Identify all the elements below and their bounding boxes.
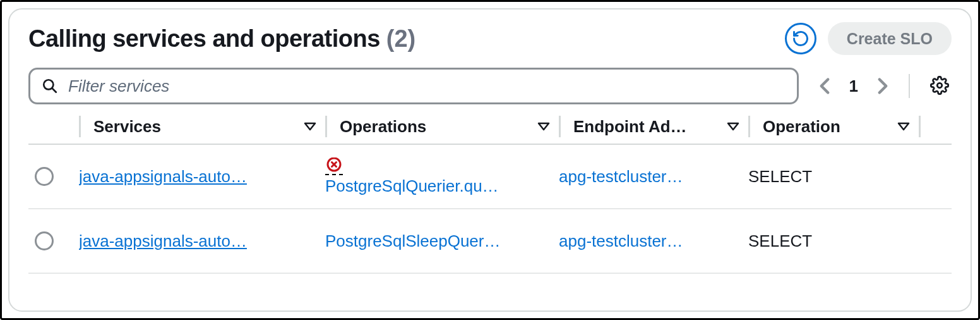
service-link[interactable]: java-appsignals-auto… bbox=[79, 167, 247, 186]
sort-icon bbox=[304, 121, 316, 132]
chevron-right-icon bbox=[877, 77, 888, 95]
operation-link[interactable]: PostgreSqlSleepQuer… bbox=[325, 231, 500, 250]
th-services[interactable]: Services bbox=[79, 116, 325, 137]
th-endpoint[interactable]: Endpoint Ad… bbox=[559, 116, 748, 137]
chevron-left-icon bbox=[819, 77, 830, 95]
th-operation[interactable]: Operation bbox=[748, 116, 919, 137]
table-row: java-appsignals-auto… PostgreSqlQuerier.… bbox=[28, 145, 952, 209]
th-operation-label: Operation bbox=[763, 117, 840, 137]
sort-icon bbox=[537, 121, 550, 132]
operation-value: SELECT bbox=[748, 167, 812, 186]
row-radio[interactable] bbox=[35, 231, 54, 250]
svg-marker-3 bbox=[305, 123, 315, 130]
search-icon bbox=[42, 78, 58, 94]
svg-marker-4 bbox=[539, 123, 549, 130]
svg-point-2 bbox=[937, 83, 942, 88]
table-header: Services Operations Endpoi bbox=[28, 116, 952, 145]
divider bbox=[909, 74, 910, 98]
operation-value: SELECT bbox=[748, 231, 812, 250]
error-status-icon[interactable] bbox=[325, 157, 343, 175]
row-radio[interactable] bbox=[35, 167, 54, 186]
column-divider bbox=[79, 116, 81, 137]
sort-icon bbox=[727, 121, 739, 132]
error-circle-icon bbox=[326, 157, 342, 173]
panel-count: (2) bbox=[386, 25, 415, 52]
refresh-button[interactable] bbox=[785, 23, 816, 54]
th-endpoint-label: Endpoint Ad… bbox=[573, 117, 687, 137]
operation-link[interactable]: PostgreSqlQuerier.qu… bbox=[325, 176, 499, 196]
create-slo-button[interactable]: Create SLO bbox=[828, 22, 952, 55]
panel-title: Calling services and operations bbox=[28, 25, 380, 52]
column-divider bbox=[559, 116, 561, 137]
window-frame: Calling services and operations (2) Crea… bbox=[0, 0, 980, 320]
th-operations-label: Operations bbox=[340, 117, 426, 137]
settings-button[interactable] bbox=[928, 73, 952, 99]
panel-title-wrap: Calling services and operations (2) bbox=[28, 25, 415, 52]
page-number: 1 bbox=[846, 77, 862, 96]
svg-line-1 bbox=[52, 88, 56, 92]
panel-header: Calling services and operations (2) Crea… bbox=[28, 22, 952, 55]
endpoint-link[interactable]: apg-testcluster… bbox=[559, 231, 683, 250]
svg-marker-6 bbox=[899, 123, 909, 130]
header-actions: Create SLO bbox=[785, 22, 952, 55]
calling-services-panel: Calling services and operations (2) Crea… bbox=[8, 8, 972, 312]
th-operations[interactable]: Operations bbox=[325, 116, 559, 137]
filter-search[interactable] bbox=[28, 68, 799, 104]
th-services-label: Services bbox=[93, 117, 161, 137]
refresh-icon bbox=[792, 30, 810, 47]
next-page-button[interactable] bbox=[875, 75, 891, 97]
prev-page-button[interactable] bbox=[816, 75, 833, 97]
table-row: java-appsignals-auto… PostgreSqlSleepQue… bbox=[28, 209, 952, 274]
pagination: 1 bbox=[816, 75, 891, 97]
filter-input[interactable] bbox=[67, 76, 786, 97]
sort-icon bbox=[897, 121, 910, 132]
svg-marker-5 bbox=[728, 123, 738, 130]
controls-row: 1 bbox=[28, 68, 952, 104]
service-link[interactable]: java-appsignals-auto… bbox=[79, 231, 247, 250]
column-divider bbox=[325, 116, 327, 137]
column-divider bbox=[748, 116, 750, 137]
column-divider bbox=[919, 116, 921, 137]
gear-icon bbox=[930, 76, 949, 95]
endpoint-link[interactable]: apg-testcluster… bbox=[559, 167, 683, 186]
